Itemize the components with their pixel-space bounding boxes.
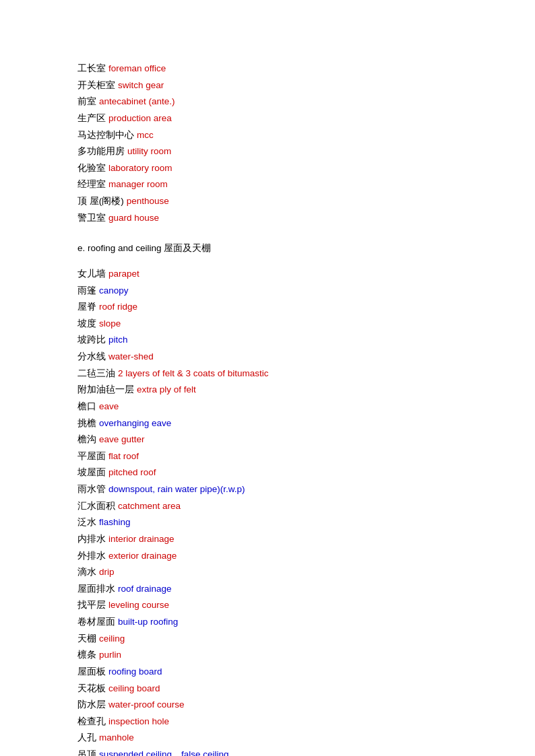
english-text: pitched roof (108, 467, 156, 477)
chinese-text: 附加油毡一层 (77, 384, 134, 394)
section-header: e. roofing and ceiling 屋面及天棚 (77, 240, 495, 256)
english-text: antecabinet (ante.) (99, 96, 175, 106)
term-pitch: 坡跨比pitch (77, 332, 495, 348)
english-text: suspended ceiling，false ceiling (99, 749, 229, 756)
english-text: pitch (108, 335, 128, 345)
chinese-text: 天花板 (77, 683, 106, 693)
english-text: overhanging eave (99, 418, 171, 428)
english-text: laboratory room (108, 163, 172, 173)
term-flat-roof: 平屋面flat roof (77, 448, 495, 465)
term-antecabinet: 前室antecabinet (ante.) (77, 94, 495, 110)
chinese-text: 找平层 (77, 600, 106, 610)
english-text: water-shed (108, 351, 154, 362)
term-catchment: 汇水面积catchment area (77, 498, 495, 514)
roofing-terms-list: 女儿墙parapet 雨篷canopy 屋脊roof ridge 坡度slope… (77, 266, 495, 756)
chinese-text: 汇水面积 (77, 501, 115, 511)
term-flashing: 泛水flashing (77, 514, 495, 530)
term-pitched-roof: 坡屋面pitched roof (77, 465, 495, 481)
chinese-text: 屋脊 (77, 302, 96, 312)
english-text: downspout, rain water pipe)(r.w.p) (108, 484, 245, 494)
chinese-text: 马达控制中心 (77, 130, 134, 140)
term-utility-room: 多功能用房utility room (77, 143, 495, 160)
english-text: switch gear (118, 80, 164, 90)
chinese-text: 多功能用房 (77, 146, 125, 156)
english-text: canopy (99, 285, 129, 296)
term-overhanging-eave: 挑檐overhanging eave (77, 415, 495, 432)
chinese-text: 檐口 (77, 401, 96, 411)
term-extra-ply: 附加油毡一层extra ply of felt (77, 382, 495, 398)
term-penthouse: 顶 屋(阁楼)penthouse (77, 193, 495, 209)
english-text: mcc (137, 130, 154, 140)
term-manhole: 人孔manhole (77, 730, 495, 746)
english-text: inspection hole (108, 716, 169, 726)
english-text: purlin (99, 650, 121, 660)
english-text: drip (99, 567, 115, 577)
chinese-text: 屋面板 (77, 666, 106, 677)
term-foreman-office: 工长室foreman office (77, 61, 495, 77)
english-text: exterior drainage (108, 551, 177, 561)
chinese-text: 检查孔 (77, 716, 106, 726)
chinese-text: 生产区 (77, 113, 106, 123)
term-roof-ridge: 屋脊roof ridge (77, 299, 495, 315)
chinese-text: 檩条 (77, 650, 96, 660)
english-text: catchment area (118, 501, 181, 511)
term-waterproof-course: 防水层water-proof course (77, 697, 495, 713)
english-text: ceiling (99, 633, 125, 644)
english-text: eave gutter (99, 434, 145, 444)
chinese-text: 坡屋面 (77, 467, 106, 477)
term-suspended-ceiling: 吊顶suspended ceiling，false ceiling (77, 747, 495, 756)
english-text: built-up roofing (118, 617, 178, 627)
term-slope: 坡度slope (77, 316, 495, 332)
english-text: guard house (108, 213, 159, 223)
chinese-text: 前室 (77, 96, 96, 106)
english-text: penthouse (127, 196, 169, 206)
english-text: roofing board (108, 666, 162, 677)
term-guard-house: 警卫室guard house (77, 210, 495, 226)
room-terms-list: 工长室foreman office 开关柜室switch gear 前室ante… (77, 61, 495, 226)
chinese-text: 屋面排水 (77, 584, 115, 594)
term-leveling-course: 找平层leveling course (77, 597, 495, 613)
chinese-text: 防水层 (77, 699, 106, 710)
chinese-text: 坡度 (77, 318, 96, 329)
term-exterior-drainage: 外排水exterior drainage (77, 548, 495, 564)
english-text: leveling course (108, 600, 169, 610)
chinese-text: 经理室 (77, 179, 106, 189)
english-text: roof drainage (118, 584, 172, 594)
chinese-text: 檐沟 (77, 434, 96, 444)
term-parapet: 女儿墙parapet (77, 266, 495, 282)
term-manager-room: 经理室manager room (77, 176, 495, 193)
chinese-text: 分水线 (77, 351, 106, 362)
english-text: production area (108, 113, 172, 123)
term-bitumastic: 二毡三油2 layers of felt & 3 coats of bituma… (77, 366, 495, 382)
chinese-text: 吊顶 (77, 749, 96, 756)
english-text: flat roof (108, 451, 139, 461)
chinese-text: 顶 屋(阁楼) (77, 196, 124, 206)
english-text: extra ply of felt (137, 384, 196, 394)
english-text: water-proof course (108, 699, 185, 710)
english-text: eave (99, 401, 119, 411)
chinese-text: 工长室 (77, 63, 106, 73)
chinese-text: 警卫室 (77, 213, 106, 223)
term-eave-gutter: 檐沟eave gutter (77, 432, 495, 448)
chinese-text: 女儿墙 (77, 269, 106, 279)
term-canopy: 雨篷canopy (77, 283, 495, 299)
term-purlin: 檩条purlin (77, 647, 495, 663)
english-text: manager room (108, 179, 168, 189)
section-label: e. roofing and ceiling 屋面及天棚 (77, 243, 211, 253)
chinese-text: 平屋面 (77, 451, 106, 461)
english-text: utility room (127, 146, 171, 156)
english-text: roof ridge (99, 302, 137, 312)
english-text: interior drainage (108, 534, 175, 544)
term-ceiling-board: 天花板ceiling board (77, 681, 495, 697)
chinese-text: 雨水管 (77, 484, 106, 494)
english-text: manhole (99, 732, 134, 743)
chinese-text: 天棚 (77, 633, 96, 644)
english-text: ceiling board (108, 683, 160, 693)
term-roofing-board: 屋面板roofing board (77, 664, 495, 680)
term-laboratory: 化验室laboratory room (77, 160, 495, 176)
chinese-text: 滴水 (77, 567, 96, 577)
english-text: slope (99, 318, 121, 329)
english-text: 2 layers of felt & 3 coats of bitumastic (118, 368, 269, 378)
chinese-text: 化验室 (77, 163, 106, 173)
term-mcc: 马达控制中心mcc (77, 127, 495, 143)
